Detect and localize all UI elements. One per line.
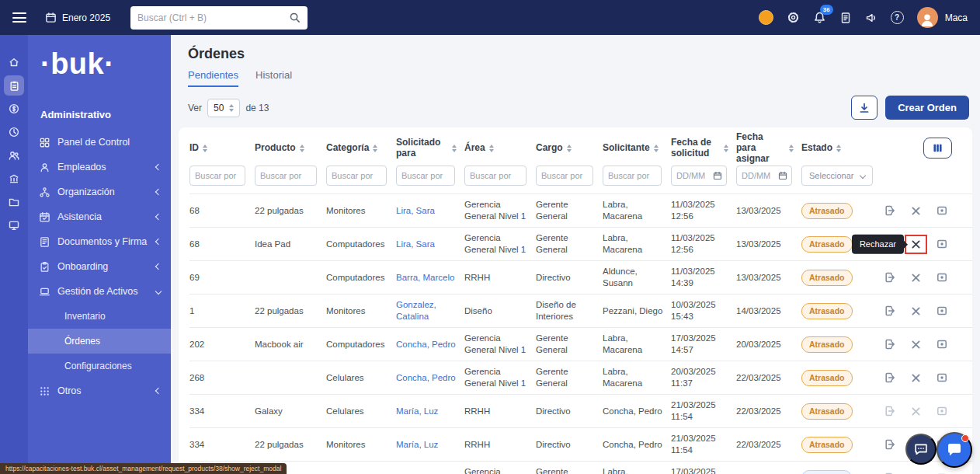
column-header-cargo[interactable]: Cargo (536, 143, 603, 154)
sort-icon[interactable] (567, 145, 572, 152)
cell-solicitado-para-link[interactable]: Concha, Pedro (396, 339, 464, 350)
tab-historial[interactable]: Historial (255, 69, 292, 87)
assign-order-button[interactable] (884, 338, 896, 350)
bell-icon[interactable]: 36 (813, 11, 826, 24)
tab-pendientes[interactable]: Pendientes (188, 69, 238, 87)
assign-device-button[interactable] (936, 371, 948, 384)
column-header-solicitado-para[interactable]: Solicitado para (396, 138, 464, 159)
user-name[interactable]: Maca (945, 12, 968, 23)
date-input[interactable] (742, 171, 777, 180)
sidebar-item-empleados[interactable]: Empleados (28, 155, 171, 179)
assign-order-button[interactable] (884, 271, 896, 284)
sort-icon[interactable] (489, 145, 494, 152)
assign-order-button[interactable] (884, 204, 896, 217)
sort-icon[interactable] (789, 145, 794, 152)
column-header-estado[interactable]: Estado (801, 143, 879, 154)
monitor-icon[interactable] (4, 215, 24, 235)
document-icon[interactable] (839, 12, 852, 24)
reject-button[interactable] (910, 339, 922, 350)
sidebar-item-otros[interactable]: Otros (28, 378, 171, 403)
column-header-fecha-solicitud[interactable]: Fecha de solicitud (671, 138, 736, 159)
sidebar-subitem-ordenes[interactable]: Órdenes (28, 329, 171, 354)
sort-icon[interactable] (203, 145, 207, 152)
create-order-button[interactable]: Crear Orden (885, 96, 969, 120)
filter-categoria-input[interactable] (326, 166, 387, 186)
period-selector[interactable]: Enero 2025 (45, 12, 110, 23)
cell-solicitado-para-link[interactable]: María, Luz (396, 439, 464, 451)
filter-id-input[interactable] (189, 166, 245, 186)
filter-estado-select[interactable]: Seleccionar (801, 166, 873, 186)
column-header-solicitante[interactable]: Solicitante (603, 143, 671, 154)
payroll-icon[interactable] (4, 99, 24, 119)
folder-icon[interactable] (4, 192, 24, 212)
help-icon[interactable]: ? (891, 11, 904, 24)
sort-icon[interactable] (724, 145, 728, 152)
sidebar-subitem-inventario[interactable]: Inventario (28, 304, 171, 329)
orders-rail-icon[interactable] (4, 75, 24, 96)
search-icon[interactable] (289, 12, 301, 23)
home-icon[interactable] (4, 52, 24, 72)
sidebar-item-panel-de-control[interactable]: Panel de Control (28, 130, 171, 155)
date-input[interactable] (676, 171, 711, 180)
sort-icon[interactable] (373, 145, 377, 152)
filter-producto-input[interactable] (255, 166, 317, 186)
reject-button[interactable] (910, 372, 922, 384)
cell-solicitado-para-link[interactable]: Concha, Pedro (396, 372, 464, 384)
column-header-area[interactable]: Área (464, 143, 536, 154)
gear-icon[interactable] (787, 11, 800, 24)
column-header-id[interactable]: ID (189, 143, 255, 154)
search-input[interactable] (137, 12, 289, 23)
assign-device-button[interactable] (936, 238, 948, 250)
assign-device-button[interactable] (936, 271, 948, 284)
cell-solicitado-para-link[interactable]: Gonzalez, Catalina (396, 299, 464, 322)
column-header-fecha-asignar[interactable]: Fecha para asignar (736, 132, 801, 164)
column-header-producto[interactable]: Producto (255, 143, 326, 154)
column-header-categoria[interactable]: Categoría (326, 143, 396, 154)
chat-widget-secondary-button[interactable] (905, 434, 937, 465)
bank-icon[interactable] (4, 169, 24, 189)
per-page-select[interactable]: 50 (207, 99, 240, 117)
hamburger-menu-icon[interactable] (12, 12, 26, 23)
reject-button[interactable] (910, 272, 922, 284)
sort-icon[interactable] (654, 145, 659, 152)
reject-button[interactable] (910, 305, 922, 317)
assign-order-button[interactable] (884, 438, 896, 451)
filter-cargo-input[interactable] (536, 166, 593, 186)
sidebar-item-documentos-y-firma[interactable]: Documentos y Firma (28, 229, 171, 254)
chat-widget-button[interactable] (937, 432, 972, 468)
filter-fecha-asignar-date[interactable] (736, 166, 792, 186)
sidebar-item-gestion-de-activos[interactable]: Gestión de Activos (28, 279, 171, 304)
filter-solicitado-input[interactable] (396, 166, 455, 186)
sidebar-item-onboarding[interactable]: Onboarding (28, 254, 171, 279)
sidebar-item-organizacion[interactable]: Organización (28, 179, 171, 204)
cell-solicitado-para-link[interactable]: Lira, Sara (396, 239, 464, 250)
reject-button[interactable] (910, 406, 922, 417)
filter-solicitante-input[interactable] (603, 166, 662, 186)
avatar[interactable] (917, 7, 938, 28)
reject-button[interactable] (910, 239, 922, 250)
filter-area-input[interactable] (464, 166, 526, 186)
cell-solicitado-para-link[interactable]: Lira, Sara (396, 205, 464, 217)
megaphone-icon[interactable] (865, 12, 877, 24)
column-settings-button[interactable] (923, 138, 952, 159)
people-icon[interactable] (4, 145, 24, 166)
assign-order-button[interactable] (884, 405, 896, 417)
clock-icon[interactable] (4, 122, 24, 142)
sidebar-item-asistencia[interactable]: Asistencia (28, 204, 171, 229)
assign-order-button[interactable] (884, 305, 896, 317)
assign-device-button[interactable] (936, 405, 948, 417)
cell-solicitado-para-link[interactable]: Barra, Marcelo (396, 272, 464, 284)
sort-icon[interactable] (300, 145, 304, 152)
assign-device-button[interactable] (936, 305, 948, 317)
assign-device-button[interactable] (936, 338, 948, 350)
buk-coin-icon[interactable] (759, 10, 773, 25)
download-button[interactable] (851, 96, 877, 120)
filter-fecha-solicitud-date[interactable] (671, 166, 727, 186)
assign-order-button[interactable] (884, 371, 896, 384)
sort-icon[interactable] (836, 145, 841, 152)
reject-button[interactable] (910, 205, 922, 217)
sort-icon[interactable] (452, 145, 457, 152)
cell-solicitado-para-link[interactable]: María, Luz (396, 406, 464, 417)
assign-device-button[interactable] (936, 204, 948, 217)
sidebar-subitem-configuraciones[interactable]: Configuraciones (28, 354, 171, 378)
